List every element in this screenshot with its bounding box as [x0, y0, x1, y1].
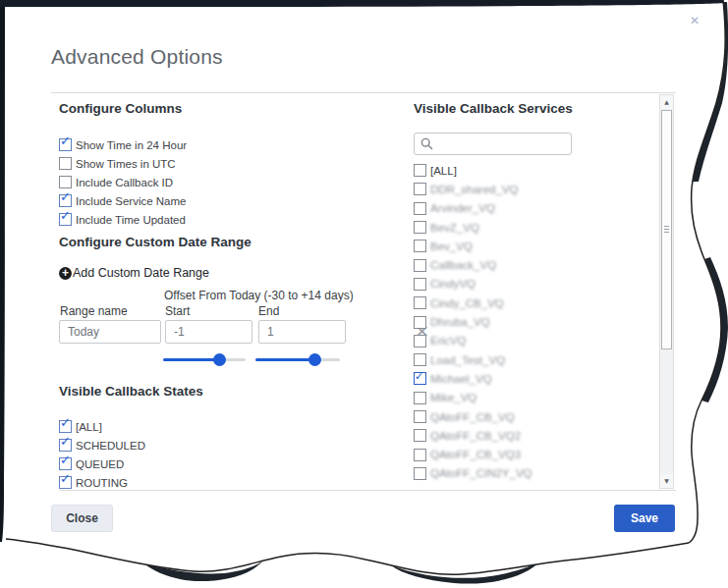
checkbox[interactable] — [59, 420, 72, 433]
checkbox[interactable] — [414, 467, 426, 480]
checkbox-option[interactable]: Show Times in UTC — [59, 154, 187, 173]
checkbox-label: Load_Test_VQ — [430, 354, 505, 366]
checkbox[interactable] — [414, 202, 426, 215]
slider-thumb[interactable] — [213, 353, 226, 366]
checkbox-option[interactable]: QUEUED — [59, 454, 145, 473]
checkbox-label: DDR_shared_VQ — [430, 184, 518, 195]
checkbox-option[interactable]: ROUTING — [59, 473, 145, 490]
save-button[interactable]: Save — [614, 505, 675, 532]
checkbox-label: [ALL] — [430, 165, 457, 177]
checkbox-option[interactable]: Include Callback ID — [59, 173, 187, 191]
checkbox-option[interactable]: [ALL] — [59, 417, 145, 436]
scroll-up-button[interactable]: ▲ — [660, 95, 673, 109]
checkbox-option[interactable]: [ALL] — [414, 161, 532, 180]
checkbox-option[interactable]: DDR_shared_VQ — [414, 180, 532, 198]
add-custom-date-range-link[interactable]: + Add Custom Date Range — [59, 266, 209, 280]
end-offset-input[interactable] — [258, 320, 346, 344]
checkbox[interactable] — [414, 296, 426, 309]
checkbox-label: Michael_VQ — [430, 373, 492, 385]
checkbox-label: QUEUED — [76, 458, 124, 470]
checkbox[interactable] — [414, 449, 426, 461]
slider-thumb[interactable] — [308, 353, 321, 366]
checkbox[interactable] — [59, 457, 72, 470]
range-name-input[interactable] — [59, 320, 161, 344]
checkbox-option[interactable]: Arvinder_VQ — [414, 199, 532, 218]
checkbox-label: Show Times in UTC — [76, 158, 176, 170]
checkbox-option[interactable]: CindyVQ — [414, 275, 532, 294]
checkbox-option[interactable]: QAtoFF_CIN2Y_VQ — [414, 464, 532, 483]
end-label: End — [258, 304, 279, 318]
checkbox-label: Bev_VQ — [430, 241, 473, 252]
checkbox[interactable] — [414, 164, 426, 177]
dialog-scroll-area: Configure Columns Show Time in 24 Hour S… — [0, 93, 728, 490]
checkbox[interactable] — [414, 316, 426, 329]
close-icon[interactable]: ✕ — [690, 14, 700, 27]
content-bottom-divider — [59, 490, 676, 491]
checkbox[interactable] — [414, 429, 426, 442]
checkbox[interactable] — [59, 439, 72, 452]
checkbox[interactable] — [414, 278, 426, 291]
checkbox-label: QAtoFF_CIN2Y_VQ — [430, 467, 532, 479]
checkbox[interactable] — [414, 259, 426, 272]
checkbox-option[interactable]: Load_Test_VQ — [414, 350, 532, 369]
checkbox-label: Callback_VQ — [430, 259, 496, 271]
checkbox-label: QAtoFF_CB_VQ2 — [430, 430, 521, 442]
configure-columns-list: Show Time in 24 Hour Show Times in UTC I… — [59, 135, 187, 229]
checkbox-option[interactable]: EricVQ — [414, 332, 532, 350]
checkbox-option[interactable]: Michael_VQ — [414, 369, 532, 388]
checkbox-option[interactable]: Callback_VQ — [414, 255, 532, 274]
end-offset-slider[interactable] — [255, 358, 340, 361]
checkbox-option[interactable]: QAtoFF_CB_VQ2 — [414, 426, 532, 445]
checkbox-label: Cindy_CB_VQ — [430, 297, 504, 309]
advanced-options-dialog: ✕ Advanced Options Configure Columns Sho… — [0, 0, 728, 588]
services-search-input[interactable] — [438, 136, 565, 152]
checkbox-label: Mike_VQ — [430, 392, 476, 403]
start-offset-input[interactable] — [165, 320, 252, 344]
checkbox-option[interactable]: Dhruba_VQ — [414, 312, 532, 331]
checkbox-option[interactable]: QAtoFF_CB_VQ3 — [414, 445, 532, 463]
checkbox-option[interactable]: BevZ_VQ — [414, 218, 532, 237]
checkbox[interactable] — [59, 213, 72, 226]
checkbox-option[interactable]: Include Time Updated — [59, 210, 187, 229]
checkbox[interactable] — [59, 476, 72, 489]
checkbox-label: [ALL] — [76, 421, 102, 433]
services-search-box[interactable] — [414, 133, 572, 155]
checkbox-label: ROUTING — [76, 477, 128, 489]
offset-range-label: Offset From Today (-30 to +14 days) — [164, 289, 354, 302]
checkbox[interactable] — [414, 392, 426, 404]
checkbox[interactable] — [414, 410, 426, 423]
scrollbar-thumb[interactable] — [661, 110, 672, 349]
add-custom-date-range-label: Add Custom Date Range — [73, 266, 209, 280]
checkbox[interactable] — [414, 335, 426, 347]
configure-columns-heading: Configure Columns — [59, 101, 182, 116]
checkbox[interactable] — [59, 157, 72, 170]
start-offset-slider[interactable] — [163, 358, 246, 361]
checkbox-option[interactable]: SCHEDULED — [59, 436, 145, 454]
checkbox-option[interactable]: Bev_VQ — [414, 237, 532, 255]
checkbox[interactable] — [59, 176, 72, 188]
checkbox-option[interactable]: Show Time in 24 Hour — [59, 135, 187, 154]
callback-states-heading: Visible Callback States — [59, 384, 203, 399]
vertical-scrollbar[interactable]: ▲ ▼ — [659, 94, 674, 489]
close-button[interactable]: Close — [51, 505, 113, 532]
scroll-down-button[interactable]: ▼ — [660, 474, 673, 488]
checkbox[interactable] — [59, 138, 72, 151]
checkbox[interactable] — [59, 194, 72, 207]
checkbox-label: CindyVQ — [430, 278, 476, 290]
plus-icon: + — [59, 267, 72, 280]
range-name-label: Range name — [60, 304, 128, 318]
page-title: Advanced Options — [51, 45, 223, 69]
checkbox[interactable] — [414, 240, 426, 252]
custom-date-range-heading: Configure Custom Date Range — [59, 235, 252, 249]
checkbox-label: QAtoFF_CB_VQ — [430, 411, 515, 423]
checkbox[interactable] — [414, 372, 426, 385]
checkbox-label: Show Time in 24 Hour — [76, 139, 187, 151]
checkbox-option[interactable]: Include Service Name — [59, 191, 187, 210]
checkbox[interactable] — [414, 221, 426, 234]
checkbox-label: BevZ_VQ — [430, 222, 479, 234]
checkbox-option[interactable]: QAtoFF_CB_VQ — [414, 407, 532, 426]
checkbox-option[interactable]: Mike_VQ — [414, 389, 532, 407]
checkbox[interactable] — [414, 183, 426, 195]
checkbox-option[interactable]: Cindy_CB_VQ — [414, 294, 532, 312]
checkbox[interactable] — [414, 353, 426, 366]
